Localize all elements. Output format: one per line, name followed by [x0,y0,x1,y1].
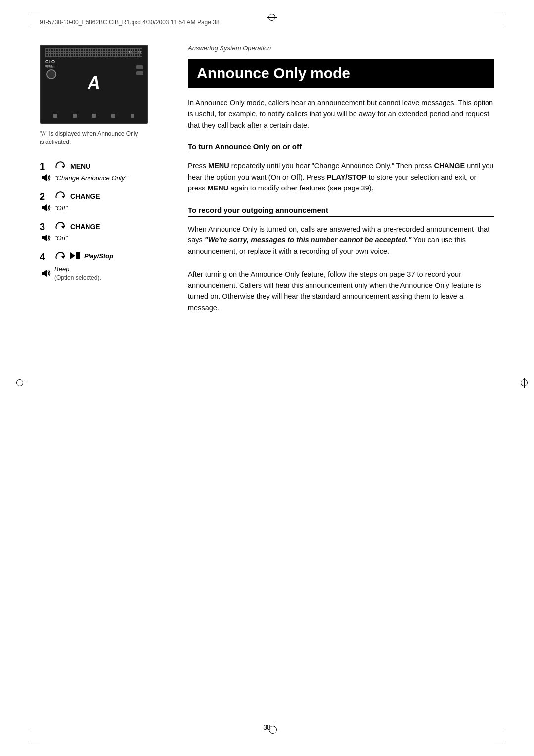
step-3-number: 3 [40,221,52,233]
change-button-icon-3 [54,222,65,233]
svg-marker-0 [61,166,65,168]
step-4-label: Play/Stop [84,252,113,261]
svg-rect-4 [42,206,44,209]
svg-marker-3 [61,196,65,198]
meta-text: 91-5730-10-00_E5862BC CIB_R1.qxd 4/30/20… [40,19,220,26]
svg-rect-12 [42,272,44,275]
step-1: 1 MENU [40,160,168,182]
svg-marker-13 [44,270,47,277]
menu-button-icon [54,161,65,172]
speaker-icon-3 [42,235,51,241]
subsection-1-body: Press MENU repeatedly until you hear "Ch… [188,160,494,193]
step-1-number: 1 [40,160,52,172]
svg-marker-5 [44,204,47,211]
step-4-audio: Beep [54,265,69,273]
delete-label: DELETE [129,50,142,54]
display-letter: A [88,73,100,94]
section-label: Answering System Operation [188,45,494,52]
step-2-number: 2 [40,190,52,202]
intro-paragraph: In Announce Only mode, callers hear an a… [188,97,494,131]
svg-marker-9 [61,256,65,259]
main-content: CLO ■■■■ DELETE ON/OFF A [40,45,494,325]
speaker-icon-1 [42,174,51,181]
subsection-2-body-2: After turning on the Announce Only featu… [188,269,494,313]
svg-marker-8 [44,235,47,241]
device-image: CLO ■■■■ DELETE ON/OFF A [40,45,148,124]
playstop-button-icon [54,252,65,263]
page: 91-5730-10-00_E5862BC CIB_R1.qxd 4/30/20… [0,0,534,756]
speaker-icon-4 [42,270,51,277]
trim-mark-top-right [494,15,504,25]
svg-marker-10 [70,252,75,259]
play-stop-icon [70,252,80,261]
trim-mark-bottom-left [30,731,40,741]
step-4-number: 4 [40,251,52,263]
trim-mark-bottom-right [494,731,504,741]
image-caption: "A" is displayed when Announce Only is a… [40,130,138,146]
step-2: 2 CHANGE [40,190,168,212]
step-2-audio: "Off" [54,204,68,212]
step-1-audio: "Change Announce Only" [54,174,127,182]
subsection-title-2: To record your outgoing announcement [188,206,494,217]
step-3: 3 CHANGE [40,221,168,242]
subsection-2-body-1: When Announce Only is turned on, calls a… [188,224,494,257]
onoff-label: ON/OFF [46,65,56,68]
step-3-audio: "On" [54,235,68,242]
step-3-label: CHANGE [70,222,100,231]
change-button-icon-2 [54,191,65,202]
svg-rect-1 [42,176,44,179]
svg-rect-7 [42,236,44,239]
step-2-label: CHANGE [70,192,100,201]
svg-marker-2 [44,174,47,181]
step-1-label: MENU [70,162,90,171]
page-title: Announce Only mode [197,65,486,82]
right-column: Answering System Operation Announce Only… [188,45,494,325]
page-metadata: 91-5730-10-00_E5862BC CIB_R1.qxd 4/30/20… [40,19,220,26]
svg-rect-11 [76,252,80,259]
page-title-bar: Announce Only mode [188,59,494,88]
device-bottom-buttons [45,114,142,118]
speaker-icon-2 [42,204,51,211]
subsection-title-1: To turn Announce Only on or off [188,142,494,153]
step-4: 4 [40,251,168,282]
left-column: CLO ■■■■ DELETE ON/OFF A [40,45,168,325]
step-4-note: (Option selected). [54,274,101,281]
trim-mark-top-left [30,15,40,25]
svg-marker-6 [61,226,65,229]
